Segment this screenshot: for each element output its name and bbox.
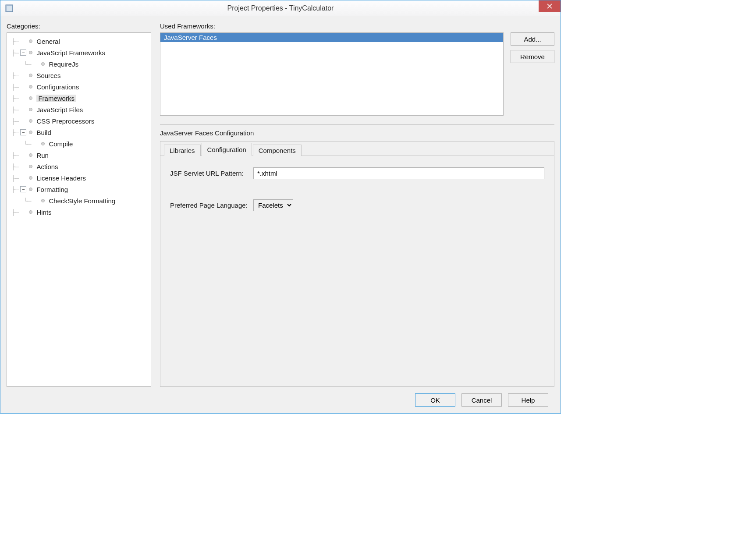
tree-item-label: Compile xyxy=(49,140,73,148)
help-button[interactable]: Help xyxy=(508,393,548,407)
tree-item-label: JavaScript Frameworks xyxy=(36,49,105,57)
used-frameworks-list[interactable]: JavaServer Faces xyxy=(160,32,504,116)
bullet-icon xyxy=(29,51,32,54)
tree-spacer xyxy=(20,118,26,124)
bullet-icon xyxy=(29,74,32,77)
ok-button[interactable]: OK xyxy=(415,393,455,407)
tree-line-icon: └─ xyxy=(24,61,31,67)
page-lang-row: Preferred Page Language: Facelets xyxy=(170,199,544,211)
tab-libraries[interactable]: Libraries xyxy=(164,145,201,156)
tree-item[interactable]: ├─Hints xyxy=(9,206,149,218)
tree-item-label: Configurations xyxy=(36,83,79,91)
bullet-icon xyxy=(41,62,45,66)
bullet-icon xyxy=(29,85,32,88)
config-section-title: JavaServer Faces Configuration xyxy=(160,129,554,137)
tabs-bar: LibrariesConfigurationComponents xyxy=(160,142,554,156)
tree-item-label: General xyxy=(36,38,60,45)
tree-spacer xyxy=(20,95,26,101)
bullet-icon xyxy=(29,108,32,111)
tree-spacer xyxy=(20,175,26,181)
tree-line-icon: ├─ xyxy=(11,163,18,170)
url-pattern-label: JSF Servlet URL Pattern: xyxy=(170,170,253,177)
categories-tree[interactable]: ├─General├─−JavaScript Frameworks└─Requi… xyxy=(7,32,151,387)
remove-button[interactable]: Remove xyxy=(511,50,554,63)
tree-item-label: Run xyxy=(36,152,49,159)
categories-label: Categories: xyxy=(7,22,151,30)
tree-line-icon: ├─ xyxy=(11,175,18,181)
framework-buttons: Add... Remove xyxy=(511,32,554,116)
tree-item[interactable]: ├─Sources xyxy=(9,70,149,81)
collapse-icon[interactable]: − xyxy=(20,129,26,135)
categories-panel: Categories: ├─General├─−JavaScript Frame… xyxy=(7,22,151,387)
tree-item[interactable]: ├─Run xyxy=(9,149,149,161)
page-lang-label: Preferred Page Language: xyxy=(170,202,253,209)
bullet-icon xyxy=(29,39,32,43)
tree-line-icon: ├─ xyxy=(11,95,18,102)
tree-spacer xyxy=(20,152,26,158)
tree-line-icon: ├─ xyxy=(11,50,18,56)
tree-item[interactable]: ├─Actions xyxy=(9,161,149,172)
tab-configuration[interactable]: Configuration xyxy=(202,143,252,156)
tree-item[interactable]: ├─Frameworks xyxy=(9,92,149,104)
tree-item-label: CheckStyle Formatting xyxy=(49,197,115,205)
tree-item[interactable]: └─RequireJs xyxy=(9,58,149,70)
tree-spacer xyxy=(32,141,39,147)
page-lang-select[interactable]: Facelets xyxy=(253,199,293,211)
app-icon xyxy=(5,4,14,13)
tree-item[interactable]: └─CheckStyle Formatting xyxy=(9,195,149,206)
collapse-icon[interactable]: − xyxy=(20,50,26,56)
titlebar: Project Properties - TinyCalculator xyxy=(0,0,561,16)
bullet-icon xyxy=(29,153,32,157)
tree-spacer xyxy=(20,38,26,44)
tree-item[interactable]: └─Compile xyxy=(9,138,149,149)
bullet-icon xyxy=(41,199,45,202)
tree-spacer xyxy=(20,72,26,78)
tree-line-icon: └─ xyxy=(24,198,31,204)
used-frameworks-section: JavaServer Faces Add... Remove xyxy=(160,32,554,116)
tree-item-label: Frameworks xyxy=(36,95,76,102)
bullet-icon xyxy=(29,96,32,100)
bullet-icon xyxy=(29,176,32,180)
tree-line-icon: ├─ xyxy=(11,38,18,45)
window-title: Project Properties - TinyCalculator xyxy=(0,4,561,12)
dialog-body: Categories: ├─General├─−JavaScript Frame… xyxy=(0,16,561,413)
tree-spacer xyxy=(20,84,26,90)
tree-item[interactable]: ├─Configurations xyxy=(9,81,149,92)
tree-item[interactable]: ├─JavaScript Files xyxy=(9,104,149,115)
tree-item[interactable]: ├─−Formatting xyxy=(9,184,149,195)
dialog-window: Project Properties - TinyCalculator Cate… xyxy=(0,0,561,414)
tab-components[interactable]: Components xyxy=(253,145,302,156)
tree-item[interactable]: ├─−JavaScript Frameworks xyxy=(9,47,149,58)
url-pattern-input[interactable] xyxy=(253,167,544,179)
details-panel: Used Frameworks: JavaServer Faces Add...… xyxy=(160,22,554,387)
bullet-icon xyxy=(41,142,45,145)
bullet-icon xyxy=(29,119,32,123)
tree-spacer xyxy=(20,106,26,113)
cancel-button[interactable]: Cancel xyxy=(461,393,502,407)
bullet-icon xyxy=(29,131,32,134)
tree-item-label: CSS Preprocessors xyxy=(36,117,94,125)
collapse-icon[interactable]: − xyxy=(20,186,26,192)
tree-item-label: Formatting xyxy=(36,186,68,193)
close-icon xyxy=(547,4,552,9)
tree-spacer xyxy=(32,61,39,67)
tree-item[interactable]: ├─License Headers xyxy=(9,172,149,184)
tree-line-icon: ├─ xyxy=(11,152,18,159)
tree-item-label: License Headers xyxy=(36,174,86,182)
close-button[interactable] xyxy=(539,0,561,12)
bullet-icon xyxy=(29,165,32,168)
tree-line-icon: ├─ xyxy=(11,106,18,113)
columns: Categories: ├─General├─−JavaScript Frame… xyxy=(7,22,554,387)
add-button[interactable]: Add... xyxy=(511,32,554,46)
tree-item[interactable]: ├─CSS Preprocessors xyxy=(9,115,149,127)
tree-item[interactable]: ├─General xyxy=(9,35,149,47)
tree-line-icon: ├─ xyxy=(11,129,18,136)
tree-item[interactable]: ├─−Build xyxy=(9,127,149,138)
tree-line-icon: ├─ xyxy=(11,186,18,193)
used-framework-item[interactable]: JavaServer Faces xyxy=(160,33,503,42)
tree-item-label: Build xyxy=(36,129,51,136)
tree-line-icon: ├─ xyxy=(11,84,18,90)
tree-spacer xyxy=(20,163,26,170)
divider xyxy=(160,124,554,125)
bullet-icon xyxy=(29,188,32,191)
